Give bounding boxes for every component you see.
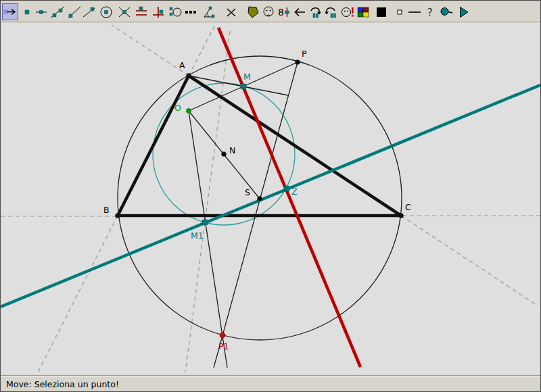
dashed-ac-below-c — [401, 216, 538, 306]
point-icon — [20, 5, 34, 20]
color-swatch-icon — [374, 5, 389, 20]
point-C[interactable] — [398, 213, 403, 218]
point-N[interactable] — [221, 151, 226, 156]
more-tools-icon — [183, 5, 198, 20]
point-Z[interactable] — [284, 186, 289, 191]
status-text: Move: Seleziona un punto! — [6, 379, 119, 389]
svg-text:?: ? — [427, 6, 433, 19]
circle-icon — [99, 5, 114, 20]
tool-line-style-button[interactable] — [406, 3, 423, 20]
intersection-icon — [117, 5, 132, 20]
tool-macro-button[interactable] — [260, 3, 277, 20]
point-B[interactable] — [115, 213, 120, 218]
tool-back-button[interactable] — [291, 3, 308, 20]
tool-line-button[interactable] — [49, 3, 66, 20]
point-A[interactable] — [186, 73, 191, 78]
angle-icon — [202, 5, 216, 20]
tool-help-button[interactable]: ? — [422, 3, 438, 20]
tool-vector-button[interactable] — [81, 3, 97, 20]
help-icon: ? — [423, 5, 438, 20]
label-P1: P1 — [218, 341, 229, 351]
undo-step-icon — [323, 5, 338, 20]
tool-intersection-button[interactable] — [116, 3, 133, 20]
tool-move-button[interactable] — [2, 3, 18, 20]
point-P[interactable] — [295, 59, 300, 64]
construction-svg[interactable]: ABCPNSOMM1ZP1 — [1, 23, 540, 374]
app-window: 8? ABCPNSOMM1ZP1 Move: Seleziona un punt… — [0, 0, 541, 392]
label-S: S — [245, 187, 250, 197]
tool-segment-button[interactable] — [33, 3, 49, 20]
line-icon — [50, 5, 65, 20]
tool-undo-step-button[interactable] — [323, 3, 339, 20]
tool-polygon-button[interactable] — [245, 3, 261, 20]
run-icon — [456, 5, 471, 20]
polygon-icon — [245, 5, 260, 20]
tool-macro-alert-button[interactable] — [339, 3, 356, 20]
point-M1[interactable] — [202, 220, 208, 225]
red-line — [218, 28, 360, 367]
tool-ray-button[interactable] — [66, 3, 82, 20]
macro-alert-icon — [340, 5, 355, 20]
point-M[interactable] — [241, 84, 246, 89]
move-icon — [3, 5, 18, 20]
dashed-ca-above-a — [112, 25, 189, 76]
animate-icon: 8 — [276, 5, 291, 20]
fixed-circle-icon — [168, 5, 183, 20]
tool-magnifier-button[interactable] — [438, 3, 454, 20]
tool-circle-button[interactable] — [98, 3, 114, 20]
point-P1[interactable] — [220, 333, 225, 338]
label-O: O — [174, 103, 181, 113]
teal-line — [1, 84, 540, 307]
triangle-side-AB — [118, 76, 189, 216]
color-palette-icon — [356, 5, 371, 20]
svg-text:8: 8 — [278, 7, 284, 18]
line-style-icon — [407, 5, 422, 20]
tool-color-swatch-button[interactable] — [373, 3, 390, 20]
tool-color-palette-button[interactable] — [355, 3, 371, 20]
point-style-icon — [392, 5, 407, 20]
tool-redo-step-button[interactable] — [307, 3, 323, 20]
tool-run-button[interactable] — [455, 3, 471, 20]
tool-perpendicular-button[interactable] — [150, 3, 166, 20]
parallel-icon — [134, 5, 149, 20]
label-C: C — [405, 202, 411, 212]
tool-angle-button[interactable] — [201, 3, 217, 20]
label-P: P — [302, 49, 307, 59]
ray-icon — [66, 5, 81, 20]
magnifier-icon — [439, 5, 454, 20]
label-Z: Z — [291, 187, 298, 197]
toolbar: 8? — [1, 1, 540, 22]
tool-more-tools-button[interactable] — [183, 3, 199, 20]
vector-icon — [82, 5, 97, 20]
segment-icon — [34, 5, 49, 20]
redo-step-icon — [308, 5, 323, 20]
tool-fixed-circle-button[interactable] — [168, 3, 184, 20]
label-M1: M1 — [191, 230, 204, 241]
hide-object-icon — [224, 5, 239, 20]
label-A: A — [179, 60, 185, 70]
tool-point-style-button[interactable] — [392, 3, 408, 20]
label-B: B — [103, 205, 110, 215]
tool-animate-button[interactable]: 8 — [275, 3, 291, 20]
perpendicular-icon — [151, 5, 166, 20]
point-O[interactable] — [186, 108, 191, 114]
back-icon — [292, 5, 307, 20]
label-N: N — [229, 145, 235, 155]
tool-parallel-button[interactable] — [133, 3, 149, 20]
dashed-ab-below-b — [38, 216, 118, 372]
tool-hide-object-button[interactable] — [223, 3, 239, 20]
label-M: M — [243, 72, 251, 82]
point-S[interactable] — [257, 196, 262, 201]
macro-icon — [261, 5, 276, 20]
geometry-canvas[interactable]: ABCPNSOMM1ZP1 — [1, 23, 540, 374]
status-bar: Move: Seleziona un punto! — [1, 375, 540, 392]
